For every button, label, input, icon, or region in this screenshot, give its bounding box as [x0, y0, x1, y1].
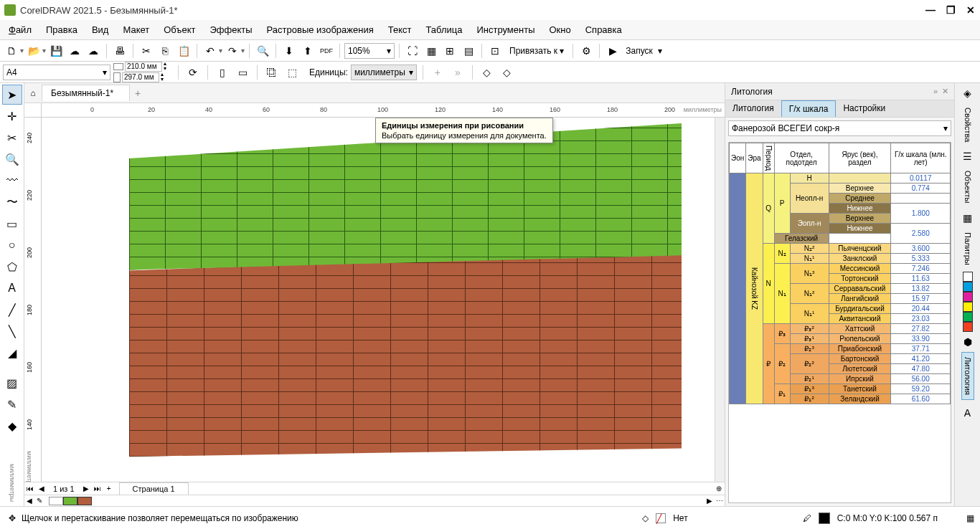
palette-icon[interactable]: ▦: [966, 513, 974, 523]
dup-distance2-button[interactable]: ◇: [499, 64, 516, 81]
undo-button[interactable]: ↶: [202, 42, 219, 59]
freehand-tool[interactable]: 〰: [2, 171, 22, 191]
height-down[interactable]: ▾: [161, 77, 169, 82]
height-input[interactable]: 297.0 мм: [122, 72, 159, 82]
nudge-plus[interactable]: +: [429, 64, 446, 81]
vertical-scrollbar[interactable]: [715, 118, 725, 483]
menu-table[interactable]: Таблица: [420, 22, 468, 38]
cs-yellow[interactable]: [963, 302, 973, 312]
page-tab[interactable]: Страница 1: [119, 482, 189, 495]
page-size-select[interactable]: A4▾: [3, 65, 110, 80]
horizontal-ruler[interactable]: 0 20 40 60 80 100 120 140 160 180 200 ми…: [42, 103, 725, 118]
swatch-brown[interactable]: [77, 497, 92, 505]
snap-dropdown[interactable]: Привязать к ▾: [505, 46, 568, 56]
menu-window[interactable]: Окно: [543, 22, 576, 38]
drop-shadow-tool[interactable]: ◢: [2, 343, 22, 363]
palettes-icon[interactable]: ▦: [961, 211, 975, 225]
dock-lithology[interactable]: Литология: [961, 352, 974, 400]
zoom-tool[interactable]: 🔍: [2, 149, 22, 169]
launch-dropdown[interactable]: Запуск ▾: [623, 46, 664, 56]
all-pages-button[interactable]: ⬚: [283, 64, 301, 81]
table-row[interactable]: Кайнозой KZQPH0.0117: [730, 173, 951, 184]
tab-lithology[interactable]: Литология: [725, 100, 781, 117]
menu-layout[interactable]: Макет: [117, 22, 155, 38]
menu-text[interactable]: Текст: [382, 22, 418, 38]
geochronology-table[interactable]: Эон Эра Период Отдел, подотдел Ярус (век…: [728, 142, 951, 503]
menu-object[interactable]: Объект: [158, 22, 201, 38]
table-row[interactable]: NN₂N₂²Пьяченцский3.600: [730, 244, 951, 254]
page-last[interactable]: ⏭: [92, 483, 103, 495]
ellipse-tool[interactable]: ○: [2, 235, 22, 255]
panel-collapse-icon[interactable]: »: [933, 87, 938, 96]
menu-tools[interactable]: Инструменты: [471, 22, 540, 38]
nudge-next[interactable]: »: [449, 64, 466, 81]
cs-green[interactable]: [963, 312, 973, 322]
text-a-icon[interactable]: A: [961, 406, 975, 420]
table-row[interactable]: ₽₽₃₽₃²Хаттский27.82: [730, 324, 951, 334]
lithology-icon[interactable]: ⬢: [961, 335, 975, 349]
tab-scale[interactable]: Г/х шкала: [781, 100, 837, 117]
current-page-button[interactable]: ⿻: [263, 64, 281, 81]
zoom-select[interactable]: 105%▾: [344, 43, 395, 59]
menu-view[interactable]: Вид: [86, 22, 115, 38]
fill-tool[interactable]: ◆: [2, 416, 22, 436]
artistic-tool[interactable]: 〜: [2, 192, 22, 212]
options-button[interactable]: ⚙: [578, 42, 595, 59]
page-next[interactable]: ▶: [80, 483, 92, 495]
cloud-down-button[interactable]: ☁: [85, 42, 102, 59]
menu-effects[interactable]: Эффекты: [204, 22, 258, 38]
new-button[interactable]: 🗋: [3, 42, 20, 59]
add-tab-button[interactable]: +: [130, 85, 146, 101]
home-icon[interactable]: ⌂: [24, 85, 42, 102]
menu-edit[interactable]: Правка: [40, 22, 83, 38]
eyedropper-tool[interactable]: ✎: [2, 394, 22, 414]
close-button[interactable]: ✕: [966, 5, 976, 15]
swatch-none[interactable]: [49, 497, 63, 505]
palette-left[interactable]: ◀: [24, 496, 34, 506]
units-select[interactable]: миллиметры▾: [351, 65, 417, 80]
cut-button[interactable]: ✂: [138, 42, 155, 59]
scale-preset-select[interactable]: Фанерозой ВСЕГЕИ сокр-я▾: [728, 120, 951, 136]
crop-tool[interactable]: ✂: [2, 128, 22, 148]
menu-bitmaps[interactable]: Растровые изображения: [261, 22, 380, 38]
panel-close-icon[interactable]: ✕: [942, 87, 948, 96]
rectangle-tool[interactable]: ▭: [2, 214, 22, 234]
landscape-button[interactable]: ▭: [234, 64, 251, 81]
portrait-button[interactable]: ▯: [214, 64, 231, 81]
minimize-button[interactable]: —: [925, 5, 936, 15]
save-button[interactable]: 💾: [47, 42, 65, 59]
properties-icon[interactable]: ◈: [961, 86, 975, 100]
ruler-origin[interactable]: [24, 103, 42, 118]
cs-cyan[interactable]: [963, 282, 973, 292]
cloud-up-button[interactable]: ☁: [66, 42, 83, 59]
open-button[interactable]: 📂: [25, 42, 42, 59]
palette-right[interactable]: ▶: [705, 496, 715, 506]
page-first[interactable]: ⏮: [24, 483, 36, 495]
cs-white[interactable]: [963, 272, 973, 282]
snap-icon[interactable]: ⊡: [486, 42, 504, 59]
nav-button[interactable]: ⊕: [713, 483, 725, 495]
fullscreen-button[interactable]: ⛶: [404, 42, 421, 59]
guidelines-button[interactable]: ▤: [460, 42, 477, 59]
vertical-ruler[interactable]: 240 220 200 180 160 140 миллиметры: [24, 118, 42, 492]
objects-icon[interactable]: ☰: [961, 149, 975, 163]
width-down[interactable]: ▾: [164, 67, 172, 72]
dock-properties[interactable]: Свойства: [962, 103, 974, 146]
palette-eyedrop[interactable]: ✎: [34, 496, 44, 506]
canvas[interactable]: Единицы измерения при рисовании Выбрать …: [42, 118, 715, 482]
grid-button[interactable]: ⊞: [441, 42, 458, 59]
maximize-button[interactable]: ❐: [946, 5, 956, 15]
menu-help[interactable]: Справка: [580, 22, 628, 38]
dock-objects[interactable]: Объекты: [962, 166, 974, 207]
document-tab[interactable]: Безымянный-1*: [42, 85, 130, 101]
pdf-button[interactable]: PDF: [318, 42, 335, 59]
print-button[interactable]: 🖶: [111, 42, 128, 59]
menu-file[interactable]: Файл: [3, 22, 37, 38]
tab-settings[interactable]: Настройки: [836, 100, 892, 117]
dock-palettes[interactable]: Палитры: [962, 228, 974, 270]
palette-menu[interactable]: ⋯: [715, 496, 725, 506]
cs-red[interactable]: [963, 322, 973, 332]
width-input[interactable]: 210.0 мм: [125, 62, 162, 72]
pick-tool[interactable]: ➤: [2, 85, 22, 105]
dup-distance-button[interactable]: ◇: [479, 64, 496, 81]
